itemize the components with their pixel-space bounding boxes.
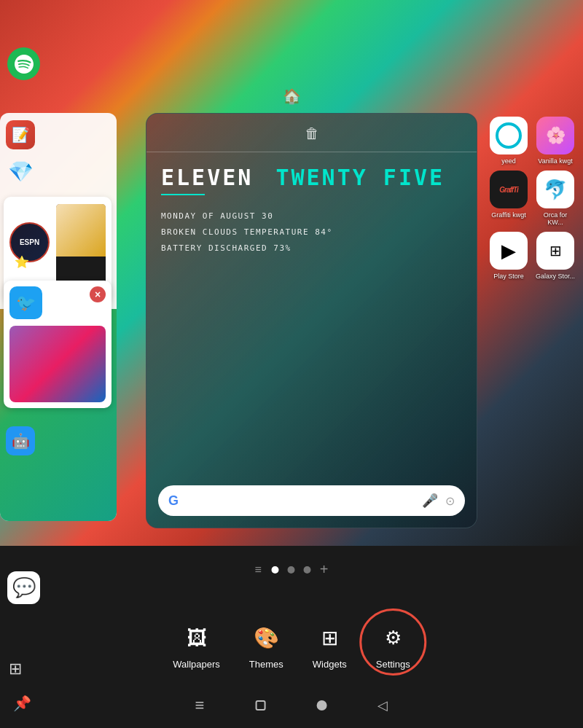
pink-gradient-widget bbox=[9, 326, 106, 402]
themes-icon: 🎨 bbox=[250, 622, 283, 654]
bottom-card-widget: 🐦 × bbox=[4, 281, 111, 408]
galaxy-store-icon: ⊞ bbox=[536, 232, 574, 270]
gem-app-icon[interactable]: 💎 bbox=[6, 157, 35, 186]
divider bbox=[146, 152, 477, 152]
galaxy-store-label: Galaxy Stor... bbox=[536, 273, 575, 280]
right-panel: yeed 🌸 Vanilla kwgt GraffTi Graffiti kwg… bbox=[485, 113, 579, 283]
settings-label: Settings bbox=[376, 659, 410, 670]
nav-recents-button[interactable] bbox=[316, 700, 326, 711]
app-item-yeed[interactable]: yeed bbox=[488, 117, 529, 165]
bottom-nav-bar: ≡ ◁ bbox=[195, 696, 388, 715]
menu-item-wallpapers[interactable]: 🖼 Wallpapers bbox=[173, 622, 220, 670]
close-button[interactable]: × bbox=[90, 286, 106, 302]
time-minutes: TWENTY FIVE bbox=[275, 165, 445, 190]
google-g-logo: G bbox=[168, 493, 179, 509]
yeed-icon bbox=[490, 117, 528, 154]
lens-icon[interactable]: ⊙ bbox=[445, 494, 455, 508]
center-panel: 🗑 ELEVEN TWENTY FIVE MONDAY OF AUGUST 30… bbox=[146, 113, 477, 528]
wallpapers-icon: 🖼 bbox=[180, 622, 213, 654]
playstore-icon: ▶ bbox=[490, 232, 528, 270]
robot-app-icon[interactable]: 🤖 bbox=[6, 426, 35, 455]
add-page-button[interactable]: + bbox=[320, 561, 329, 578]
weather-info: MONDAY OF AUGUST 30 BROKEN CLOUDS TEMPER… bbox=[161, 208, 333, 257]
google-search-bar[interactable]: G 🎤 ⊙ bbox=[158, 485, 465, 516]
app-item-playstore[interactable]: ▶ Play Store bbox=[488, 232, 529, 280]
yeed-label: yeed bbox=[501, 157, 516, 165]
delete-icon[interactable]: 🗑 bbox=[305, 125, 319, 142]
bottom-menu: 🖼 Wallpapers 🎨 Themes ⊞ Widgets ⚙ Settin… bbox=[173, 622, 410, 670]
orca-label: Orca for KW... bbox=[535, 211, 576, 226]
left-panel: 📝 💎 ESPN ⭐ 🏠 bbox=[0, 113, 117, 521]
page-dot-1[interactable] bbox=[288, 566, 295, 574]
apps-grid-button[interactable]: ⊞ bbox=[9, 659, 22, 678]
menu-item-themes[interactable]: 🎨 Themes bbox=[249, 622, 283, 670]
star-icon: ⭐ bbox=[15, 255, 29, 269]
lines-indicator: ≡ bbox=[254, 563, 262, 576]
main-container: 🏠 📝 💎 ESPN ⭐ bbox=[0, 0, 583, 728]
spotify-icon[interactable] bbox=[7, 47, 40, 80]
vanilla-icon: 🌸 bbox=[536, 117, 574, 154]
nav-home-button[interactable] bbox=[255, 700, 265, 711]
battery-text: BATTERY DISCHARGED 73% bbox=[161, 240, 333, 257]
time-display: ELEVEN TWENTY FIVE bbox=[161, 165, 445, 195]
right-app-grid: yeed 🌸 Vanilla kwgt GraffTi Graffiti kwg… bbox=[485, 113, 579, 283]
menu-item-widgets[interactable]: ⊞ Widgets bbox=[313, 622, 347, 670]
settings-icon: ⚙ bbox=[377, 622, 410, 654]
themes-label: Themes bbox=[249, 659, 283, 670]
nav-back-button[interactable]: ◁ bbox=[377, 697, 388, 713]
vanilla-label: Vanilla kwgt bbox=[538, 157, 572, 165]
person-photo bbox=[56, 204, 106, 291]
pin-icon[interactable]: 📌 bbox=[13, 694, 31, 712]
menu-item-settings[interactable]: ⚙ Settings bbox=[376, 622, 410, 670]
date-text: MONDAY OF AUGUST 30 bbox=[161, 208, 333, 224]
app-item-vanilla[interactable]: 🌸 Vanilla kwgt bbox=[535, 117, 576, 165]
page-dot-2[interactable] bbox=[304, 566, 311, 574]
time-hours: ELEVEN bbox=[161, 165, 253, 190]
playstore-label: Play Store bbox=[493, 273, 524, 280]
orca-icon: 🐬 bbox=[536, 171, 574, 208]
widgets-label: Widgets bbox=[313, 659, 347, 670]
spotify-logo bbox=[15, 55, 34, 74]
search-bar-right-icons: 🎤 ⊙ bbox=[422, 493, 455, 509]
page-indicators: ≡ + bbox=[254, 561, 328, 578]
widgets-icon: ⊞ bbox=[313, 622, 346, 654]
graffiti-icon: GraffTi bbox=[490, 171, 528, 208]
graffiti-label: Graffiti kwgt bbox=[491, 211, 525, 219]
notepad-app-icon[interactable]: 📝 bbox=[6, 120, 35, 149]
time-underline bbox=[161, 194, 205, 195]
twitter-widget-icon[interactable]: 🐦 bbox=[9, 286, 42, 319]
app-item-orca[interactable]: 🐬 Orca for KW... bbox=[535, 171, 576, 226]
weather-text: BROKEN CLOUDS TEMPERATURE 84° bbox=[161, 224, 333, 240]
home-indicator-icon[interactable]: 🏠 bbox=[283, 87, 301, 105]
nav-menu-button[interactable]: ≡ bbox=[195, 696, 205, 715]
slack-icon[interactable]: 💬 bbox=[7, 571, 40, 604]
page-dot-active[interactable] bbox=[272, 566, 279, 574]
microphone-icon[interactable]: 🎤 bbox=[422, 493, 438, 509]
wallpapers-label: Wallpapers bbox=[173, 659, 220, 670]
app-item-galaxy-store[interactable]: ⊞ Galaxy Stor... bbox=[535, 232, 576, 280]
app-item-graffiti[interactable]: GraffTi Graffiti kwgt bbox=[488, 171, 529, 226]
